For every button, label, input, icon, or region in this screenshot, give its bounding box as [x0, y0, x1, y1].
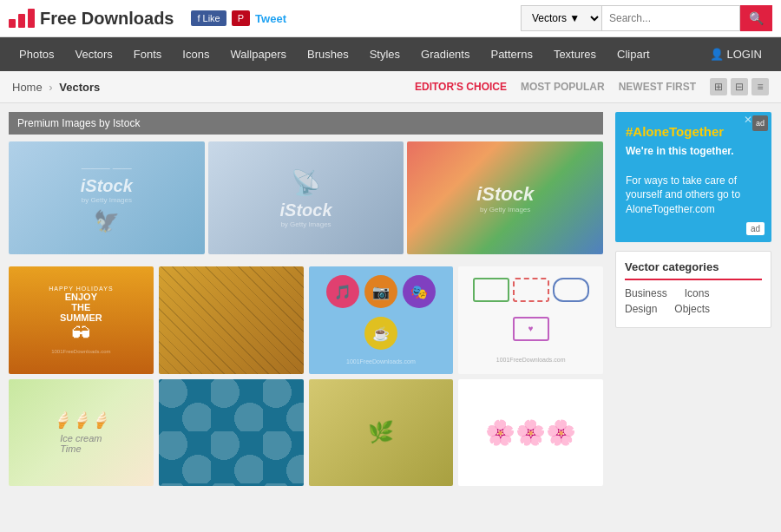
thumb-teal[interactable] [159, 379, 304, 487]
thumb-icecream[interactable]: 🍦🍦🍦 Ice creamTime [9, 379, 154, 487]
header: Free Downloads f Like P Tweet Vectors ▼ … [0, 0, 781, 37]
circle-item: 🎵 [326, 275, 359, 308]
nav-item-fonts[interactable]: Fonts [123, 37, 173, 71]
ad-title: #AloneTogether [626, 124, 761, 139]
category-row-1: Business Icons [625, 287, 762, 299]
search-input[interactable] [601, 5, 740, 31]
category-icons[interactable]: Icons [685, 287, 710, 299]
thumb-circles[interactable]: 🎵 📷 🎭 ☕ 1001FreeDownloads.com [309, 266, 454, 374]
frame-item [473, 278, 509, 302]
logo-bar-3 [28, 9, 35, 28]
search-area: Vectors ▼ Photos Icons 🔍 [521, 5, 772, 31]
nav-item-photos[interactable]: Photos [9, 37, 64, 71]
vector-categories-title: Vector categories [625, 260, 762, 280]
premium-banner: Premium Images by Istock [9, 112, 603, 135]
nav-item-patterns[interactable]: Patterns [480, 37, 542, 71]
thumb-summer[interactable]: HAPPY HOLIDAYS ENJOYTHESUMMER 🕶 1001Free… [9, 266, 154, 374]
nav-item-gradients[interactable]: Gradients [410, 37, 480, 71]
nav-item-styles[interactable]: Styles [359, 37, 410, 71]
fb-like-label: Like [203, 13, 220, 23]
ad-body: We're in this together. For ways to take… [626, 144, 761, 217]
nav-item-textures[interactable]: Textures [543, 37, 607, 71]
logo-bar-2 [18, 14, 25, 28]
login-button[interactable]: 👤 LOGIN [699, 37, 772, 71]
logo-text: Free Downloads [40, 9, 174, 29]
nav-item-wallpapers[interactable]: Wallpapers [220, 37, 297, 71]
social-area: f Like P Tweet [191, 10, 285, 26]
premium-image-3[interactable]: iStock by Getty Images [407, 141, 603, 254]
person-icon: 👤 [710, 48, 724, 61]
thumb-grid: HAPPY HOLIDAYS ENJOYTHESUMMER 🕶 1001Free… [9, 266, 603, 374]
category-objects[interactable]: Objects [674, 303, 710, 315]
sidebar: ✕ ad #AloneTogether We're in this togeth… [612, 103, 781, 495]
frame-item [513, 278, 549, 302]
circle-item: 🎭 [403, 275, 436, 308]
logo-bar-1 [9, 19, 16, 28]
nav-item-vectors[interactable]: Vectors [64, 37, 122, 71]
content: Premium Images by Istock ——— —— iStock b… [0, 103, 612, 495]
view-icons: ⊞ ⊟ ≡ [710, 78, 769, 95]
premium-images: ——— —— iStock by Getty Images 🦅 📡 iStock… [9, 141, 603, 254]
premium-image-2[interactable]: 📡 iStock by Getty Images [208, 141, 404, 254]
category-row-2: Design Objects [625, 303, 762, 315]
nav-item-brushes[interactable]: Brushes [297, 37, 359, 71]
category-design[interactable]: Design [625, 303, 657, 315]
vector-categories: Vector categories Business Icons Design … [615, 251, 771, 328]
facebook-like-button[interactable]: f Like [191, 10, 226, 26]
category-business[interactable]: Business [625, 287, 667, 299]
main: Premium Images by Istock ——— —— iStock b… [0, 103, 781, 495]
view-grid-icon[interactable]: ⊞ [710, 78, 727, 95]
thumb-green-floral[interactable]: 🌿 [309, 379, 454, 487]
view-compact-icon[interactable]: ≡ [751, 78, 769, 95]
circle-item: 📷 [364, 275, 397, 308]
frame-item [553, 278, 589, 302]
breadcrumb-home[interactable]: Home [12, 81, 43, 94]
close-ad-button[interactable]: ✕ [744, 114, 752, 126]
nav: Photos Vectors Fonts Icons Wallpapers Br… [0, 37, 781, 71]
fb-icon: f [197, 13, 200, 23]
ad-box: ✕ ad #AloneTogether We're in this togeth… [615, 112, 771, 242]
circle-item: ☕ [364, 317, 397, 350]
ad-badge: ad [752, 115, 768, 131]
tweet-button[interactable]: Tweet [255, 12, 286, 25]
thumb-grid-row2: 🍦🍦🍦 Ice creamTime 🌿 🌸🌸🌸 [9, 379, 603, 487]
filter-tabs: EDITOR'S CHOICE MOST POPULAR NEWEST FIRS… [415, 81, 696, 93]
breadcrumb-separator: › [49, 81, 52, 94]
search-dropdown[interactable]: Vectors ▼ Photos Icons [521, 5, 601, 31]
ad-logo: ad [746, 222, 765, 235]
frame-item: ♥ [513, 317, 549, 341]
filter-newest-first[interactable]: NEWEST FIRST [619, 81, 696, 93]
thumb-tile-pattern[interactable] [159, 266, 304, 374]
pinterest-button[interactable]: P [232, 10, 250, 26]
nav-item-clipart[interactable]: Clipart [607, 37, 660, 71]
search-button[interactable]: 🔍 [740, 5, 772, 31]
filter-bar: Home › Vectors EDITOR'S CHOICE MOST POPU… [0, 71, 781, 103]
breadcrumb: Home › Vectors [12, 81, 100, 94]
logo-area: Free Downloads [9, 9, 174, 29]
filter-most-popular[interactable]: MOST POPULAR [521, 81, 605, 93]
breadcrumb-current: Vectors [59, 81, 100, 94]
filter-editors-choice[interactable]: EDITOR'S CHOICE [415, 81, 507, 93]
view-list-icon[interactable]: ⊟ [731, 78, 748, 95]
premium-image-1[interactable]: ——— —— iStock by Getty Images 🦅 [9, 141, 205, 254]
thumb-frames[interactable]: ♥ 1001FreeDownloads.com [458, 266, 603, 374]
login-label: LOGIN [727, 48, 762, 61]
logo-bars [9, 9, 35, 28]
thumb-pink-flowers[interactable]: 🌸🌸🌸 [458, 379, 603, 487]
nav-item-icons[interactable]: Icons [172, 37, 220, 71]
premium-label: Premium Images by Istock [17, 117, 140, 129]
